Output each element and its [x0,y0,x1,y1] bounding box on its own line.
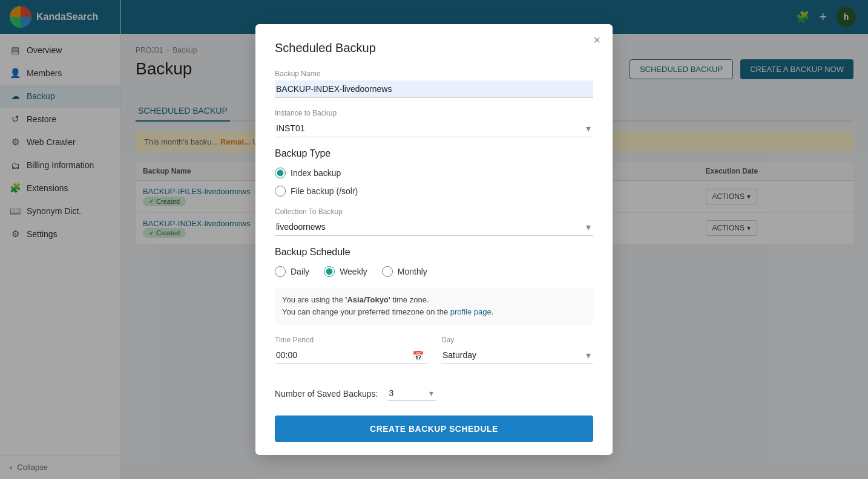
time-period-group: Time Period 📅 [275,336,427,364]
backup-type-radio-group: Index backup File backup (/solr) [275,168,593,197]
backup-type-file-radio[interactable] [275,186,286,197]
schedule-weekly-radio[interactable] [324,266,335,277]
timezone-note-4: . [492,307,494,316]
backup-name-label: Backup Name [275,70,593,78]
backup-type-index-radio[interactable] [275,168,286,178]
backup-type-file[interactable]: File backup (/solr) [275,186,593,197]
collection-group: Collection To Backup livedoornews ▾ [275,207,593,236]
backup-name-input[interactable] [275,80,593,98]
day-label: Day [441,336,593,344]
schedule-monthly[interactable]: Monthly [382,266,427,277]
backup-type-group: Backup Type Index backup File backup (/s… [275,148,593,197]
backup-schedule-group: Backup Schedule Daily Weekly Monthly [275,247,593,277]
schedule-daily-radio[interactable] [275,266,286,277]
timezone-note-1: You are using the [282,295,345,304]
instance-group: Instance to Backup INST01 INST02 ▾ [275,109,593,137]
day-group: Day Sunday Monday Tuesday Wednesday Thur… [441,336,593,364]
modal-close-button[interactable]: × [593,34,600,46]
instance-select[interactable]: INST01 INST02 [275,120,593,137]
instance-label: Instance to Backup [275,109,593,117]
saved-backups-select[interactable]: 1 2 3 4 5 [387,386,436,400]
schedule-weekly-label: Weekly [340,267,367,276]
modal-overlay[interactable]: Scheduled Backup × Backup Name Instance … [0,0,868,479]
day-select-wrapper: Sunday Monday Tuesday Wednesday Thursday… [441,347,593,364]
collection-select[interactable]: livedoornews [275,218,593,235]
time-input-wrapper: 📅 [275,347,427,364]
schedule-weekly[interactable]: Weekly [324,266,367,277]
profile-page-link[interactable]: profile page [450,307,492,316]
instance-select-wrapper: INST01 INST02 ▾ [275,120,593,137]
day-select[interactable]: Sunday Monday Tuesday Wednesday Thursday… [441,347,593,363]
saved-backups-label: Number of Saved Backups: [275,389,378,399]
schedule-daily[interactable]: Daily [275,266,309,277]
backup-name-group: Backup Name [275,70,593,98]
backup-type-label: Backup Type [275,148,593,159]
backup-schedule-label: Backup Schedule [275,247,593,258]
schedule-monthly-radio[interactable] [382,266,393,277]
create-backup-schedule-button[interactable]: CREATE BACKUP SCHEDULE [275,415,593,442]
time-day-row: Time Period 📅 Day Sunday Monday Tuesday … [275,336,593,375]
timezone-note-3: You can change your preferred timezone o… [282,307,450,316]
timezone-note: You are using the 'Asia/Tokyo' time zone… [275,288,593,325]
schedule-radio-row: Daily Weekly Monthly [275,266,593,277]
time-period-input[interactable] [275,347,427,364]
saved-backups-select-wrapper: 1 2 3 4 5 ▾ [387,386,436,401]
saved-backups-row: Number of Saved Backups: 1 2 3 4 5 ▾ [275,386,593,401]
scheduled-backup-modal: Scheduled Backup × Backup Name Instance … [255,24,613,455]
collection-label: Collection To Backup [275,207,593,216]
schedule-monthly-label: Monthly [398,267,427,276]
backup-type-index[interactable]: Index backup [275,168,593,178]
backup-type-file-label: File backup (/solr) [291,186,358,196]
backup-type-index-label: Index backup [291,168,341,178]
collection-select-wrapper: livedoornews ▾ [275,218,593,236]
timezone-bold: 'Asia/Tokyo' [345,295,390,304]
time-period-label: Time Period [275,336,427,344]
schedule-daily-label: Daily [291,267,309,276]
timezone-note-2: time zone. [390,295,429,304]
modal-title: Scheduled Backup [275,41,593,55]
